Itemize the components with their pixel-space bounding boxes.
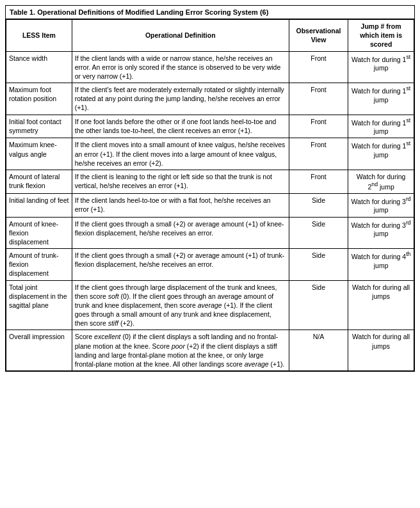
obs-view-cell: Front [289,170,348,193]
jump-num-cell: Watch for during 3rd jump [348,193,414,217]
op-def-cell: If the client lands heel-to-toe or with … [72,193,289,217]
less-item-cell: Amount of lateral trunk flexion [6,170,72,193]
jump-num-cell: Watch for during 4th jump [348,249,414,281]
table-title: Table 1. Operational Definitions of Modi… [6,6,414,19]
less-table: LESS Item Operational Definition Observa… [6,19,414,371]
header-jump-num: Jump # from which item is scored [348,20,414,52]
less-item-cell: Maximum knee-valgus angle [6,138,72,170]
less-item-cell: Overall impression [6,330,72,371]
header-op-def: Operational Definition [72,20,289,52]
jump-num-cell: Watch for during 1st jump [348,51,414,83]
less-item-cell: Total joint displacement in the sagittal… [6,280,72,330]
obs-view-cell: Front [289,83,348,115]
obs-view-cell: Side [289,249,348,281]
table-row: Amount of lateral trunk flexionIf the cl… [6,170,414,193]
less-item-cell: Stance width [6,51,72,83]
op-def-cell: If one foot lands before the other or if… [72,115,289,138]
jump-num-cell: Watch for during 1st jump [348,138,414,170]
jump-num-cell: Watch for during all jumps [348,280,414,330]
main-table-container: Table 1. Operational Definitions of Modi… [5,5,415,372]
table-row: Initial landing of feetIf the client lan… [6,193,414,217]
table-row: Maximum knee-valgus angleIf the client m… [6,138,414,170]
obs-view-cell: Side [289,193,348,217]
less-item-cell: Maximum foot rotation position [6,83,72,115]
obs-view-cell: N/A [289,330,348,371]
table-row: Stance widthIf the client lands with a w… [6,51,414,83]
obs-view-cell: Front [289,51,348,83]
header-less-item: LESS Item [6,20,72,52]
jump-num-cell: Watch for during 2nd jump [348,170,414,193]
table-row: Maximum foot rotation positionIf the cli… [6,83,414,115]
table-row: Initial foot contact symmetryIf one foot… [6,115,414,138]
op-def-cell: If the client goes through a small (+2) … [72,217,289,249]
op-def-cell: Score excellent (0) if the client displa… [72,330,289,371]
op-def-cell: If the client is leaning to the right or… [72,170,289,193]
jump-num-cell: Watch for during 3rd jump [348,217,414,249]
obs-view-cell: Front [289,138,348,170]
op-def-cell: If the client goes through large displac… [72,280,289,330]
jump-num-cell: Watch for during 1st jump [348,83,414,115]
less-item-cell: Amount of knee-flexion displacement [6,217,72,249]
less-item-cell: Initial landing of feet [6,193,72,217]
op-def-cell: If the client goes through a small (+2) … [72,249,289,281]
obs-view-cell: Front [289,115,348,138]
op-def-cell: If the client moves into a small amount … [72,138,289,170]
table-row: Amount of trunk-flexion displacementIf t… [6,249,414,281]
table-row: Overall impressionScore excellent (0) if… [6,330,414,371]
table-row: Total joint displacement in the sagittal… [6,280,414,330]
obs-view-cell: Side [289,280,348,330]
table-row: Amount of knee-flexion displacementIf th… [6,217,414,249]
obs-view-cell: Side [289,217,348,249]
less-item-cell: Initial foot contact symmetry [6,115,72,138]
op-def-cell: If the client lands with a wide or narro… [72,51,289,83]
op-def-cell: If the client's feet are moderately exte… [72,83,289,115]
jump-num-cell: Watch for during 1st jump [348,115,414,138]
header-obs-view: Observational View [289,20,348,52]
jump-num-cell: Watch for during all jumps [348,330,414,371]
less-item-cell: Amount of trunk-flexion displacement [6,249,72,281]
